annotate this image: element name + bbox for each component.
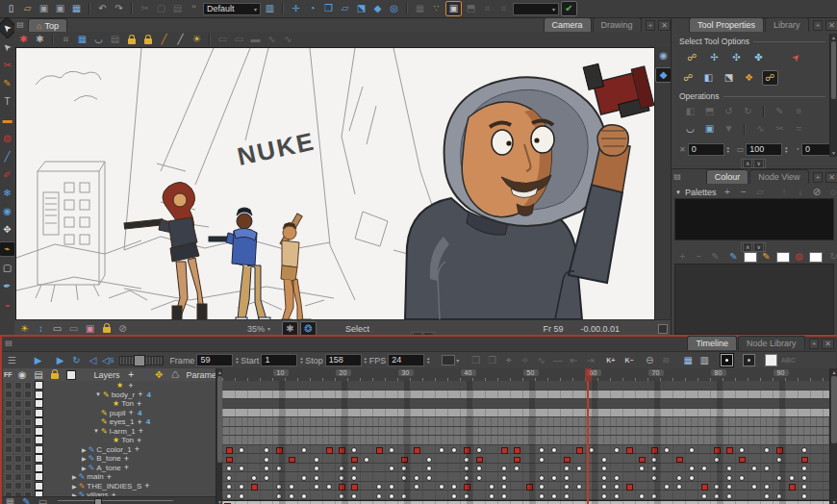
smart-select-icon[interactable]: ☍: [681, 71, 696, 85]
timeline-grid-scrollbar[interactable]: ▲▼: [829, 368, 837, 504]
colour-swatch-list[interactable]: [674, 264, 834, 335]
drawing-marker[interactable]: [301, 447, 307, 453]
delete-keyframe-icon[interactable]: K−: [623, 354, 634, 367]
keyframe-marker[interactable]: [651, 447, 658, 454]
camera-tab-camera[interactable]: Camera: [544, 17, 592, 32]
morph-tool[interactable]: ❄: [0, 187, 14, 200]
Stop-value[interactable]: 158: [325, 354, 362, 366]
marquee-tool[interactable]: ▢: [0, 262, 14, 275]
works-on-peg-icon[interactable]: ☍: [762, 70, 778, 86]
drawing-marker[interactable]: [326, 484, 332, 490]
layer-enable-toggle[interactable]: [5, 409, 13, 416]
layer-lock-toggle[interactable]: [24, 400, 32, 408]
onion-skin-icon[interactable]: ∵: [429, 2, 444, 15]
drawing-marker[interactable]: [501, 484, 507, 490]
close-colour-panel-button[interactable]: ✕: [825, 172, 837, 183]
keyframe-marker[interactable]: [526, 484, 533, 491]
grid-icon[interactable]: ⌗: [59, 33, 73, 46]
layer-lock-toggle[interactable]: [24, 418, 32, 426]
layer-name[interactable]: A_tone: [96, 464, 120, 472]
drawing-marker[interactable]: [239, 493, 244, 499]
track-row-l-arm_1[interactable]: [222, 427, 829, 437]
spinner[interactable]: ▲▼: [784, 146, 788, 154]
footer-thumb-icon[interactable]: ▦: [3, 495, 17, 504]
drawing-marker[interactable]: [451, 484, 457, 490]
layer-checkbox[interactable]: [35, 436, 43, 444]
drawing-marker[interactable]: [451, 493, 457, 499]
sound-button[interactable]: ◁: [86, 354, 100, 367]
track-row-villans[interactable]: [222, 491, 829, 500]
drawing-marker[interactable]: [651, 457, 657, 463]
layer-name[interactable]: l-arm_1: [110, 427, 136, 436]
status-lock-icon[interactable]: [99, 322, 114, 336]
playback-range-slider[interactable]: [119, 356, 164, 365]
drawing-marker[interactable]: [464, 457, 469, 463]
drawing-marker[interactable]: [251, 475, 257, 481]
keyframe-marker[interactable]: [464, 484, 470, 491]
layer-enable-toggle[interactable]: [5, 437, 13, 444]
layer-enable-toggle[interactable]: [5, 482, 13, 490]
drawing-marker[interactable]: [476, 466, 482, 471]
drawing-marker[interactable]: [314, 484, 319, 490]
drawing-marker[interactable]: [676, 484, 682, 490]
keyframe-marker[interactable]: [576, 447, 583, 454]
drawing-marker[interactable]: [489, 493, 495, 499]
drawing-marker[interactable]: [664, 447, 670, 453]
layer-lock-toggle[interactable]: [24, 382, 32, 390]
layer-name[interactable]: main: [87, 472, 103, 481]
drawing-marker[interactable]: [301, 493, 307, 499]
undo-icon[interactable]: ↶: [95, 2, 110, 15]
drawing-marker[interactable]: [264, 466, 269, 471]
drawing-marker[interactable]: [351, 493, 357, 499]
empty-dropdown[interactable]: ▾: [513, 3, 559, 15]
drawing-marker[interactable]: [689, 447, 695, 453]
drawing-marker[interactable]: [414, 484, 419, 490]
lasso-icon[interactable]: ☍: [685, 51, 699, 64]
keyframe-marker[interactable]: [676, 457, 683, 464]
dropper-tool[interactable]: ◒: [0, 298, 14, 312]
new-scene-icon[interactable]: ▯: [4, 2, 18, 15]
zoom-level[interactable]: 35%: [247, 324, 265, 334]
layer-name[interactable]: Ton: [121, 399, 134, 408]
monitor-b-icon[interactable]: ▭: [66, 322, 81, 336]
drawing-marker[interactable]: [389, 493, 394, 499]
drawing-marker[interactable]: [676, 475, 682, 481]
right-tab-library[interactable]: Library: [765, 17, 809, 32]
drawing-marker[interactable]: [739, 447, 745, 453]
drawing-marker[interactable]: [639, 466, 645, 471]
timeline-zoom-slider[interactable]: [58, 498, 173, 503]
layer-checkbox[interactable]: [35, 464, 43, 472]
drawing-marker[interactable]: [276, 493, 282, 499]
camera-canvas[interactable]: NUKE: [15, 47, 655, 320]
layer-enable-toggle[interactable]: [5, 391, 13, 398]
add-parameter-button[interactable]: +: [138, 390, 142, 399]
keyframe-marker[interactable]: [351, 457, 358, 464]
colour-menu-icon[interactable]: ▤: [672, 172, 683, 183]
keyframe-marker[interactable]: [326, 447, 333, 454]
playhead-line[interactable]: [587, 381, 589, 504]
drawing-marker[interactable]: [689, 466, 695, 471]
drawing-marker[interactable]: [501, 466, 507, 471]
view-menu-icon[interactable]: ▤: [14, 20, 26, 31]
add-palette-icon[interactable]: +: [720, 186, 734, 199]
keyframe-marker[interactable]: [726, 447, 733, 454]
header-lock-icon[interactable]: [48, 368, 63, 382]
status-checkbox[interactable]: [658, 324, 668, 334]
preset-dropdown[interactable]: Default▾: [203, 3, 261, 15]
paint-colour-icon[interactable]: ◍: [792, 250, 806, 264]
layer-checkbox[interactable]: [35, 399, 43, 408]
drawing-marker[interactable]: [564, 484, 570, 490]
drawing-marker[interactable]: [551, 447, 557, 453]
layer-solo-toggle[interactable]: [14, 400, 22, 408]
show-hidden-eye-icon[interactable]: ◉: [656, 49, 671, 63]
drawing-marker[interactable]: [601, 484, 607, 490]
tool-presets-icon[interactable]: ✱: [16, 33, 31, 46]
keyframe-marker[interactable]: [714, 447, 721, 454]
drawing-marker[interactable]: [776, 475, 782, 481]
camera-mask-icon[interactable]: ▣: [445, 1, 462, 16]
contour-editor-tool[interactable]: ✎: [0, 77, 14, 90]
keyframe-marker[interactable]: [776, 447, 783, 454]
drawing-marker[interactable]: [226, 484, 232, 490]
drawing-marker[interactable]: [276, 466, 282, 471]
hand-tool[interactable]: ✥: [0, 223, 14, 237]
